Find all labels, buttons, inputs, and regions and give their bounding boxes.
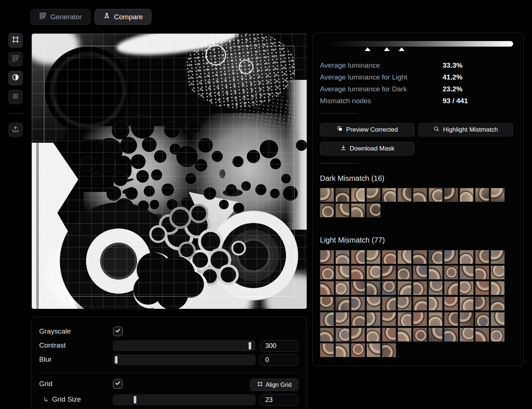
mismatch-thumbnail[interactable]: [491, 266, 505, 280]
mismatch-thumbnail[interactable]: [320, 297, 334, 311]
mismatch-thumbnail[interactable]: [398, 266, 412, 280]
mismatch-thumbnail[interactable]: [335, 203, 349, 217]
mismatch-thumbnail[interactable]: [475, 266, 489, 280]
blur-slider-thumb[interactable]: [115, 356, 117, 364]
mismatch-thumbnail[interactable]: [320, 203, 334, 217]
mismatch-thumbnail[interactable]: [429, 188, 443, 202]
mismatch-thumbnail[interactable]: [382, 312, 396, 326]
mismatch-thumbnail[interactable]: [460, 250, 474, 264]
mismatch-thumbnail[interactable]: [444, 328, 458, 342]
mismatch-thumbnail[interactable]: [320, 312, 334, 326]
mismatch-thumbnail[interactable]: [429, 297, 443, 311]
mismatch-thumbnail[interactable]: [382, 343, 396, 357]
mismatch-thumbnail[interactable]: [382, 188, 396, 202]
mismatch-thumbnail[interactable]: [335, 281, 349, 295]
mismatch-thumbnail[interactable]: [320, 266, 334, 280]
mismatch-thumbnail[interactable]: [413, 328, 427, 342]
download-mask-button[interactable]: Download Mask: [320, 142, 415, 155]
mismatch-thumbnail[interactable]: [398, 328, 412, 342]
mismatch-thumbnail[interactable]: [491, 312, 505, 326]
contrast-slider-thumb[interactable]: [249, 342, 251, 349]
mismatch-thumbnail[interactable]: [351, 343, 365, 357]
mismatch-thumbnail[interactable]: [366, 328, 381, 342]
mismatch-thumbnail[interactable]: [460, 297, 474, 311]
mismatch-thumbnail[interactable]: [335, 297, 349, 311]
mismatch-thumbnail[interactable]: [335, 343, 349, 357]
mismatch-thumbnail[interactable]: [475, 312, 489, 326]
mismatch-thumbnail[interactable]: [413, 250, 427, 264]
mismatch-thumbnail[interactable]: [351, 203, 365, 217]
mismatch-thumbnail[interactable]: [398, 312, 412, 326]
grid-size-slider-thumb[interactable]: [134, 396, 136, 403]
mismatch-thumbnail[interactable]: [429, 250, 443, 264]
mismatch-thumbnail[interactable]: [320, 188, 334, 202]
mismatch-thumbnail[interactable]: [491, 188, 505, 202]
mismatch-thumbnail[interactable]: [366, 312, 381, 326]
mismatch-thumbnail[interactable]: [382, 297, 396, 311]
tab-generator[interactable]: Generator: [31, 9, 91, 25]
mismatch-thumbnail[interactable]: [351, 250, 365, 264]
grid-size-input[interactable]: [260, 394, 299, 406]
mismatch-thumbnail[interactable]: [429, 266, 443, 280]
mismatch-thumbnail[interactable]: [475, 328, 489, 342]
mismatch-thumbnail[interactable]: [366, 188, 381, 202]
align-grid-button[interactable]: Align Grid: [250, 379, 299, 391]
mismatch-thumbnail[interactable]: [320, 328, 334, 342]
mismatch-thumbnail[interactable]: [351, 266, 365, 280]
mismatch-thumbnail[interactable]: [444, 250, 458, 264]
mismatch-thumbnail[interactable]: [444, 281, 458, 295]
mismatch-thumbnail[interactable]: [444, 188, 458, 202]
mismatch-thumbnail[interactable]: [335, 250, 349, 264]
mismatch-thumbnail[interactable]: [429, 328, 443, 342]
mismatch-thumbnail[interactable]: [460, 281, 474, 295]
mismatch-thumbnail[interactable]: [444, 297, 458, 311]
image-canvas[interactable]: [31, 33, 307, 309]
mismatch-thumbnail[interactable]: [460, 328, 474, 342]
mismatch-thumbnail[interactable]: [335, 312, 349, 326]
mismatch-thumbnail[interactable]: [351, 188, 365, 202]
mismatch-thumbnail[interactable]: [398, 297, 412, 311]
grid-size-slider[interactable]: [113, 395, 255, 405]
mismatch-thumbnail[interactable]: [413, 312, 427, 326]
highlight-mismatch-button[interactable]: Highlight Mistmatch: [418, 123, 513, 136]
contrast-input[interactable]: [260, 340, 299, 352]
mismatch-thumbnail[interactable]: [398, 281, 412, 295]
contrast-tool-button[interactable]: [8, 71, 23, 85]
contrast-slider[interactable]: [113, 341, 255, 351]
mismatch-thumbnail[interactable]: [382, 328, 396, 342]
mismatch-thumbnail[interactable]: [366, 343, 381, 357]
mismatch-thumbnail[interactable]: [460, 266, 474, 280]
mismatch-thumbnail[interactable]: [320, 281, 334, 295]
mismatch-thumbnail[interactable]: [382, 266, 396, 280]
mismatch-thumbnail[interactable]: [475, 281, 489, 295]
blur-input[interactable]: [260, 354, 299, 366]
tab-compare[interactable]: Compare: [95, 9, 151, 25]
mismatch-thumbnail[interactable]: [413, 281, 427, 295]
frame-tool-button[interactable]: [8, 33, 23, 48]
mismatch-thumbnail[interactable]: [335, 188, 349, 202]
mismatch-thumbnail[interactable]: [351, 328, 365, 342]
mismatch-thumbnail[interactable]: [460, 312, 474, 326]
mismatch-thumbnail[interactable]: [429, 312, 443, 326]
mismatch-thumbnail[interactable]: [366, 281, 381, 295]
mismatch-thumbnail[interactable]: [398, 250, 412, 264]
mismatch-thumbnail[interactable]: [320, 343, 334, 357]
upload-tool-button[interactable]: [8, 122, 23, 137]
mismatch-thumbnail[interactable]: [382, 281, 396, 295]
mismatch-thumbnail[interactable]: [444, 312, 458, 326]
preview-corrected-button[interactable]: Preview Corrected: [320, 123, 415, 136]
mismatch-thumbnail[interactable]: [320, 250, 334, 264]
grayscale-checkbox[interactable]: [113, 327, 123, 336]
mismatch-thumbnail[interactable]: [429, 281, 443, 295]
mismatch-thumbnail[interactable]: [366, 250, 381, 264]
mismatch-thumbnail[interactable]: [491, 281, 505, 295]
mismatch-thumbnail[interactable]: [413, 297, 427, 311]
mismatch-thumbnail[interactable]: [351, 281, 365, 295]
mismatch-thumbnail[interactable]: [398, 188, 412, 202]
grid-checkbox[interactable]: [113, 379, 123, 389]
mismatch-thumbnail[interactable]: [491, 297, 505, 311]
mismatch-thumbnail[interactable]: [491, 250, 505, 264]
mismatch-thumbnail[interactable]: [460, 188, 474, 202]
mismatch-thumbnail[interactable]: [351, 312, 365, 326]
mismatch-thumbnail[interactable]: [413, 188, 427, 202]
